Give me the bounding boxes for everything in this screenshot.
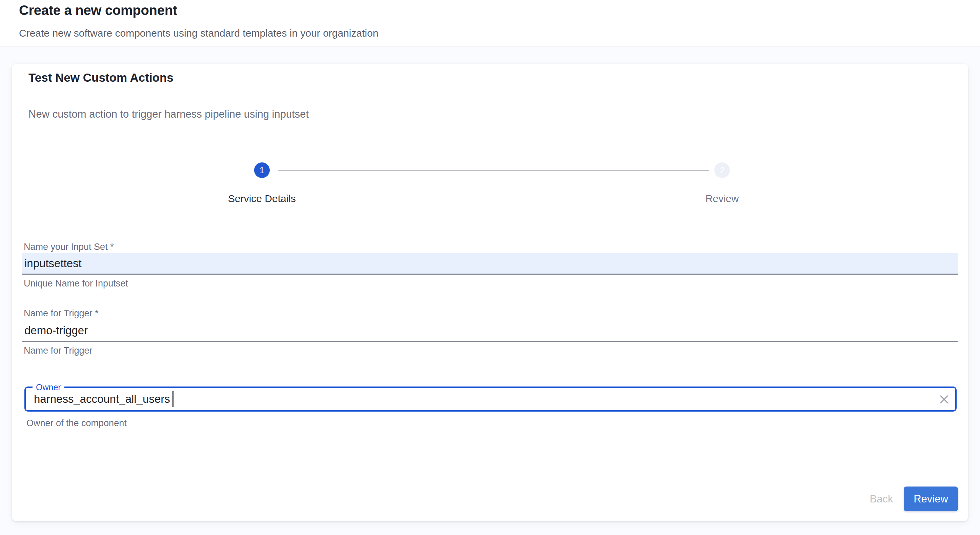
trigger-name-field[interactable] <box>22 320 958 342</box>
owner-field-helper: Owner of the component <box>26 418 127 428</box>
card-title: Test New Custom Actions <box>29 70 173 85</box>
page-title: Create a new component <box>19 2 177 18</box>
trigger-name-helper: Name for Trigger <box>24 345 92 356</box>
template-card: Test New Custom Actions New custom actio… <box>12 64 968 521</box>
step-1-indicator: 1 <box>254 162 270 178</box>
step-2-indicator: 2 <box>714 162 730 178</box>
text-cursor <box>172 391 173 407</box>
input-set-name-helper: Unique Name for Inputset <box>24 278 128 289</box>
page-header: Create a new component Create new softwa… <box>0 0 980 46</box>
step-2-label: Review <box>654 193 790 205</box>
page-subtitle: Create new software components using sta… <box>19 27 379 39</box>
review-button[interactable]: Review <box>904 487 958 511</box>
step-1-label: Service Details <box>194 193 330 205</box>
step-1-number: 1 <box>259 165 264 176</box>
owner-field[interactable] <box>34 391 901 407</box>
card-description: New custom action to trigger harness pip… <box>29 108 309 121</box>
step-connector-line <box>278 170 709 170</box>
x-icon <box>938 393 950 405</box>
back-button[interactable]: Back <box>858 487 905 511</box>
clear-owner-button[interactable] <box>937 392 951 407</box>
page-body: Test New Custom Actions New custom actio… <box>0 47 980 535</box>
input-set-name-field[interactable] <box>22 253 958 275</box>
step-2-number: 2 <box>720 165 724 176</box>
trigger-name-label: Name for Trigger * <box>24 308 99 319</box>
input-set-name-label: Name your Input Set * <box>24 241 114 252</box>
owner-field-outline: Owner <box>24 387 957 412</box>
